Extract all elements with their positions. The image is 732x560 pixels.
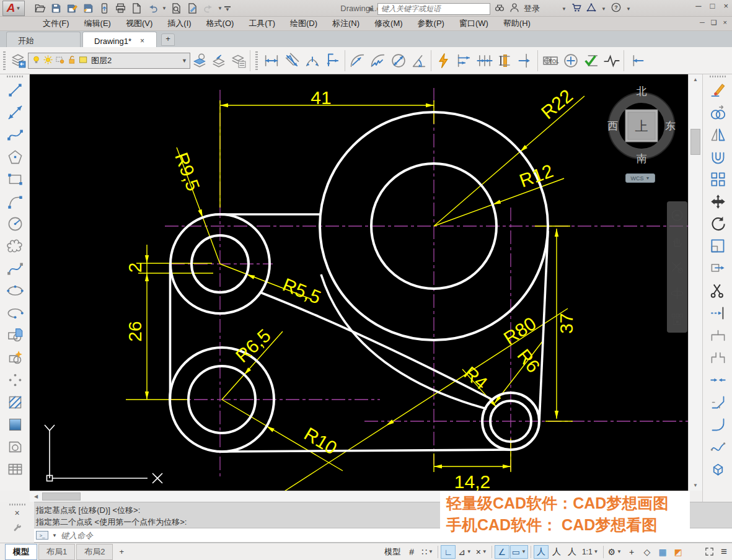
snap-icon-caret[interactable]: ▼	[428, 549, 433, 554]
document-tab-开始[interactable]: 开始	[6, 32, 81, 47]
rotate-button[interactable]	[703, 212, 732, 235]
help-icon[interactable]: ?	[611, 2, 622, 15]
insert-block-button[interactable]	[0, 324, 30, 346]
osnap-icon[interactable]: ∠	[495, 545, 509, 559]
layer-states-icon[interactable]	[229, 50, 248, 71]
move-button[interactable]	[703, 190, 732, 212]
dim-jog-line-button[interactable]	[601, 50, 622, 72]
array-button[interactable]	[703, 168, 732, 190]
customize-wrench-icon[interactable]	[12, 523, 22, 533]
login-link[interactable]: 登录	[524, 3, 540, 14]
vertical-scrollbar[interactable]: ▲ ▼	[688, 74, 702, 491]
vscroll-thumb[interactable]	[690, 129, 700, 155]
ortho-icon[interactable]: ∟	[441, 545, 456, 559]
spline-button[interactable]	[0, 257, 30, 279]
dim-arc-length-button[interactable]	[302, 50, 322, 72]
line-button[interactable]	[0, 79, 30, 101]
dim-tolerance-button[interactable]: TOL	[540, 50, 560, 72]
layer-previous-icon[interactable]	[209, 50, 229, 71]
polyline-button[interactable]	[0, 123, 30, 146]
grid-icon[interactable]: #	[404, 545, 419, 559]
menu-文件(F)[interactable]: 文件(F)	[36, 17, 76, 30]
dyn-input-icon[interactable]: ▭▼	[510, 545, 528, 559]
help-caret-icon[interactable]: ▼	[625, 6, 632, 12]
markup-icon[interactable]	[185, 1, 200, 15]
preview-icon[interactable]	[169, 1, 183, 15]
erase-button[interactable]	[703, 79, 732, 101]
tab-close-icon[interactable]: ×	[140, 37, 144, 45]
dyn-input-icon-caret[interactable]: ▼	[521, 549, 526, 554]
login-caret-icon[interactable]: ▼	[561, 6, 567, 12]
a360-icon[interactable]	[586, 2, 597, 15]
settings-gear-icon[interactable]: ⚙▼	[606, 545, 624, 559]
menu-标注(N)[interactable]: 标注(N)	[325, 17, 366, 30]
undo-caret[interactable]: ▼	[161, 6, 167, 11]
customization-menu-icon[interactable]: ≡	[721, 546, 727, 558]
revision-cloud-button[interactable]	[0, 235, 30, 257]
toolbar-grip[interactable]	[3, 51, 6, 70]
create-block-button[interactable]	[0, 346, 30, 369]
document-tab-Drawing1*[interactable]: Drawing1*×	[82, 32, 157, 47]
dim-spacing-button[interactable]	[495, 50, 515, 72]
a360-caret-icon[interactable]: ▼	[601, 6, 607, 12]
mirror-button[interactable]	[703, 123, 732, 146]
stretch-button[interactable]	[703, 257, 732, 279]
copy-button[interactable]	[703, 101, 732, 123]
layer-combo-caret-icon[interactable]: ▼	[182, 58, 187, 64]
dim-linear-button[interactable]	[261, 50, 281, 72]
wcs-button[interactable]: WCS ▼	[625, 173, 655, 183]
command-prompt-icon[interactable]: >_	[36, 531, 48, 540]
annotation-scale-icon[interactable]: 人	[565, 545, 580, 559]
annotation-autoscale-icon[interactable]: 人	[549, 545, 564, 559]
dim-angular-button[interactable]	[408, 50, 429, 72]
dim-baseline-button[interactable]	[454, 50, 474, 72]
geometry-line[interactable]	[222, 450, 511, 452]
dim-quick-button[interactable]	[433, 50, 454, 72]
compass-north[interactable]: 北	[637, 85, 647, 97]
doc-close-icon[interactable]: ×	[723, 19, 727, 27]
scale-button[interactable]	[703, 235, 732, 257]
layer-properties-icon[interactable]	[9, 50, 28, 71]
otrack-icon-caret[interactable]: ▼	[482, 549, 487, 554]
construction-line-button[interactable]	[0, 101, 30, 123]
layout-tab-布局1[interactable]: 布局1	[38, 544, 75, 560]
dim-continue-button[interactable]	[474, 50, 495, 72]
break-at-point-button[interactable]	[703, 324, 732, 346]
maximize-icon[interactable]: □	[710, 1, 715, 11]
showmotion-icon[interactable]	[669, 312, 685, 327]
orbit-icon[interactable]	[669, 286, 685, 301]
doc-restore-icon[interactable]: ❏	[711, 19, 717, 27]
app-logo[interactable]: A▼	[2, 1, 25, 16]
menu-编辑(E)[interactable]: 编辑(E)	[77, 17, 118, 30]
hatch-button[interactable]	[0, 391, 30, 413]
polygon-button[interactable]	[0, 146, 30, 168]
blend-curves-button[interactable]	[703, 435, 732, 458]
qat-overflow-icon[interactable]: ▼	[224, 6, 231, 12]
extend-button[interactable]	[703, 302, 732, 324]
compass-top-face[interactable]: 上	[635, 119, 648, 133]
circle-button[interactable]	[0, 212, 30, 235]
annotation-monitor-icon[interactable]: +	[624, 545, 639, 559]
isolate-objects-icon[interactable]: ◇	[640, 545, 655, 559]
dim-center-mark-button[interactable]	[560, 50, 581, 72]
dim-ordinate-button[interactable]	[322, 50, 343, 72]
settings-gear-icon-caret[interactable]: ▼	[617, 549, 622, 554]
clean-screen-icon[interactable]: ◩	[671, 545, 686, 559]
hardware-acceleration-icon[interactable]: ▦	[655, 545, 670, 559]
geometry-curve[interactable]	[260, 292, 493, 400]
binoculars-icon[interactable]	[494, 2, 505, 15]
navigation-wheel-icon[interactable]	[669, 208, 685, 223]
search-input[interactable]	[377, 3, 490, 15]
join-button[interactable]	[703, 369, 732, 391]
fullscreen-icon[interactable]	[704, 546, 715, 557]
layout-tab-布局2[interactable]: 布局2	[76, 544, 113, 560]
dim-diameter-button[interactable]	[388, 50, 408, 72]
upload-mobile-icon[interactable]	[97, 1, 112, 15]
annotation-visibility-icon[interactable]: 人	[534, 545, 549, 559]
new-tab-button[interactable]: +	[161, 33, 175, 46]
menu-参数(P)[interactable]: 参数(P)	[411, 17, 451, 30]
close-icon[interactable]: ×	[723, 1, 728, 11]
scroll-left-icon[interactable]: ◀	[31, 492, 41, 501]
pan-hand-icon[interactable]	[669, 234, 685, 249]
dim-radius-button[interactable]	[347, 50, 368, 72]
